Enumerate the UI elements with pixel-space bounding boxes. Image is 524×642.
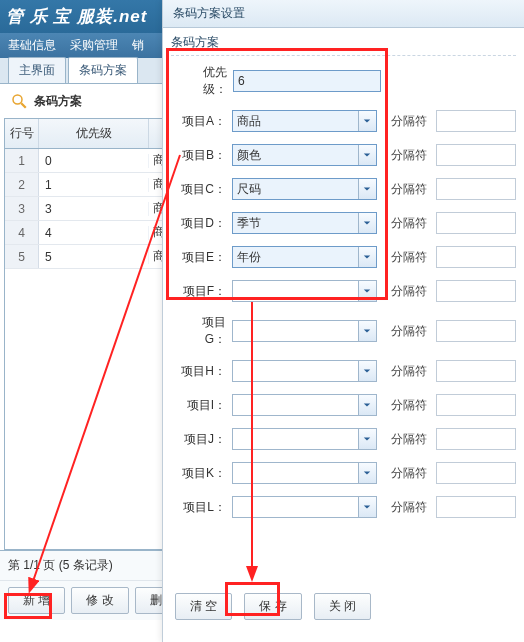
cell-rownum: 2 — [5, 173, 39, 196]
cell-priority: 4 — [39, 226, 149, 240]
sep-label: 分隔符 — [391, 113, 430, 130]
label-c: 项目C： — [181, 181, 226, 198]
sep-label: 分隔符 — [391, 499, 430, 516]
search-icon — [10, 92, 28, 110]
edit-button[interactable]: 修 改 — [71, 587, 128, 614]
sep-input-f[interactable] — [436, 280, 516, 302]
sep-input-g[interactable] — [436, 320, 516, 342]
cell-rownum: 3 — [5, 197, 39, 220]
sep-label: 分隔符 — [391, 181, 430, 198]
panel-subtitle: 条码方案 — [171, 34, 516, 56]
sep-input-a[interactable] — [436, 110, 516, 132]
label-prio: 优先级： — [181, 64, 227, 98]
sep-input-c[interactable] — [436, 178, 516, 200]
select-g[interactable] — [232, 320, 377, 342]
sep-label: 分隔符 — [391, 215, 430, 232]
label-l: 项目L： — [181, 499, 226, 516]
label-g: 项目G： — [181, 314, 226, 348]
menu-basic[interactable]: 基础信息 — [8, 37, 56, 54]
label-b: 项目B： — [181, 147, 226, 164]
tab-main[interactable]: 主界面 — [8, 57, 66, 83]
menu-more[interactable]: 销 — [132, 37, 144, 54]
sep-label: 分隔符 — [391, 323, 430, 340]
sep-input-k[interactable] — [436, 462, 516, 484]
select-e[interactable] — [232, 246, 377, 268]
select-c[interactable] — [232, 178, 377, 200]
save-button[interactable]: 保 存 — [244, 593, 301, 620]
add-button[interactable]: 新 增 — [8, 587, 65, 614]
sep-label: 分隔符 — [391, 431, 430, 448]
cell-priority: 5 — [39, 250, 149, 264]
label-e: 项目E： — [181, 249, 226, 266]
menu-purchase[interactable]: 采购管理 — [70, 37, 118, 54]
select-f[interactable] — [232, 280, 377, 302]
col-rownum: 行号 — [5, 119, 39, 148]
sep-label: 分隔符 — [391, 363, 430, 380]
page-title: 条码方案 — [34, 93, 82, 110]
label-a: 项目A： — [181, 113, 226, 130]
label-i: 项目I： — [181, 397, 226, 414]
sep-input-i[interactable] — [436, 394, 516, 416]
cell-priority: 3 — [39, 202, 149, 216]
close-button[interactable]: 关 闭 — [314, 593, 371, 620]
select-k[interactable] — [232, 462, 377, 484]
cell-rownum: 4 — [5, 221, 39, 244]
panel-title: 条码方案设置 — [163, 0, 524, 28]
sep-input-d[interactable] — [436, 212, 516, 234]
tab-barcode[interactable]: 条码方案 — [68, 57, 138, 83]
label-j: 项目J： — [181, 431, 226, 448]
barcode-settings-panel: 条码方案设置 条码方案 优先级：项目A：分隔符项目B：分隔符项目C：分隔符项目D… — [162, 0, 524, 642]
cell-rownum: 1 — [5, 149, 39, 172]
input-prio[interactable] — [233, 70, 381, 92]
sep-input-l[interactable] — [436, 496, 516, 518]
svg-line-1 — [21, 103, 26, 108]
cell-priority: 0 — [39, 154, 149, 168]
sep-input-e[interactable] — [436, 246, 516, 268]
select-a[interactable] — [232, 110, 377, 132]
sep-label: 分隔符 — [391, 283, 430, 300]
cell-priority: 1 — [39, 178, 149, 192]
select-i[interactable] — [232, 394, 377, 416]
select-d[interactable] — [232, 212, 377, 234]
clear-button[interactable]: 清 空 — [175, 593, 232, 620]
sep-label: 分隔符 — [391, 397, 430, 414]
select-l[interactable] — [232, 496, 377, 518]
select-b[interactable] — [232, 144, 377, 166]
sep-label: 分隔符 — [391, 465, 430, 482]
select-j[interactable] — [232, 428, 377, 450]
label-h: 项目H： — [181, 363, 226, 380]
select-h[interactable] — [232, 360, 377, 382]
sep-label: 分隔符 — [391, 147, 430, 164]
label-d: 项目D： — [181, 215, 226, 232]
label-f: 项目F： — [181, 283, 226, 300]
col-priority: 优先级 — [39, 119, 149, 148]
cell-rownum: 5 — [5, 245, 39, 268]
sep-input-b[interactable] — [436, 144, 516, 166]
sep-input-j[interactable] — [436, 428, 516, 450]
label-k: 项目K： — [181, 465, 226, 482]
sep-input-h[interactable] — [436, 360, 516, 382]
sep-label: 分隔符 — [391, 249, 430, 266]
svg-point-0 — [13, 95, 22, 104]
